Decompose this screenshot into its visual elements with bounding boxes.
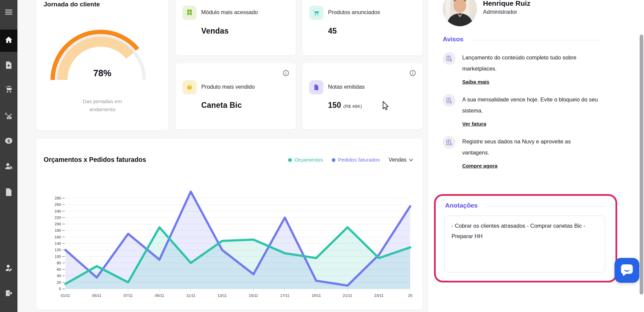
budget-orders-chart-card: Orçamentos x Pedidos faturados Orçamento… bbox=[36, 138, 423, 310]
svg-text:09/11: 09/11 bbox=[155, 294, 164, 298]
top-module-label: Módulo mais acessado bbox=[201, 9, 258, 15]
svg-text:17/11: 17/11 bbox=[280, 294, 289, 298]
chart-dropdown-value: Vendas bbox=[389, 157, 407, 163]
legend-dot-pedidos bbox=[332, 158, 335, 162]
top-product-label: Produto mais vendido bbox=[201, 84, 255, 90]
legend-dot-orcamentos bbox=[288, 158, 292, 162]
sidebar-item-logout[interactable] bbox=[0, 285, 17, 303]
avisos-divider bbox=[471, 40, 600, 40]
svg-text:23/11: 23/11 bbox=[374, 294, 384, 298]
avisos-heading: Avisos bbox=[443, 36, 464, 43]
line-chart: 0204060801001201401601802002202402602800… bbox=[46, 182, 415, 306]
svg-text:220: 220 bbox=[55, 216, 61, 220]
svg-text:$: $ bbox=[10, 167, 11, 170]
info-icon[interactable] bbox=[283, 70, 289, 76]
info-icon[interactable] bbox=[410, 70, 416, 76]
invoices-label: Notas emitidas bbox=[328, 84, 365, 90]
svg-text:01/11: 01/11 bbox=[61, 294, 70, 298]
anotacoes-textarea[interactable]: - Cobrar os clientes atrasados - Comprar… bbox=[444, 216, 605, 272]
invoices-count: 150 bbox=[328, 101, 341, 109]
saiba-mais-link[interactable]: Saiba mais bbox=[462, 79, 489, 85]
svg-text:60: 60 bbox=[57, 267, 61, 271]
compre-agora-link[interactable]: Compre agora bbox=[462, 163, 497, 169]
svg-text:200: 200 bbox=[55, 222, 61, 226]
dollar-coin-icon: $ bbox=[4, 136, 13, 146]
svg-text:$: $ bbox=[7, 138, 10, 143]
avatar[interactable] bbox=[443, 0, 477, 26]
journey-caption: Das jornadas em andamento bbox=[80, 97, 124, 114]
chart-title: Orçamentos x Pedidos faturados bbox=[44, 156, 146, 164]
menu-toggle-button[interactable] bbox=[0, 4, 17, 21]
svg-text:19/11: 19/11 bbox=[312, 294, 321, 298]
customer-journey-card: Jornada do cliente 78% Das jornadas em a… bbox=[36, 0, 168, 130]
svg-text:140: 140 bbox=[55, 241, 61, 246]
legend-label-pedidos: Pedidos faturados bbox=[338, 157, 380, 163]
main-content: Jornada do cliente 78% Das jornadas em a… bbox=[17, 0, 428, 312]
sidebar: $ $ $ bbox=[0, 0, 17, 312]
invoices-amount: (R$ 48K) bbox=[343, 104, 362, 109]
svg-text:40: 40 bbox=[57, 274, 61, 278]
legend-item-pedidos[interactable]: Pedidos faturados bbox=[332, 157, 380, 163]
svg-text:280: 280 bbox=[55, 196, 61, 200]
svg-text:80: 80 bbox=[57, 261, 61, 265]
sidebar-item-home[interactable] bbox=[0, 30, 17, 52]
svg-text:260: 260 bbox=[55, 203, 61, 207]
svg-text:05/11: 05/11 bbox=[92, 294, 101, 298]
sales-chart-icon: $ bbox=[4, 112, 13, 122]
svg-text:160: 160 bbox=[55, 235, 61, 239]
aviso-text: Registre seus dados na Nuvy e aproveite … bbox=[462, 136, 599, 158]
svg-text:07/11: 07/11 bbox=[123, 294, 133, 298]
aviso-item: Registre seus dados na Nuvy e aproveite … bbox=[443, 136, 604, 169]
invoices-value: 150 (R$ 48K) bbox=[328, 101, 362, 110]
avisos-list: Lançamento do conteúdo completo tudo sob… bbox=[443, 52, 604, 178]
chevron-down-icon bbox=[409, 157, 413, 163]
svg-text:20: 20 bbox=[57, 280, 61, 284]
news-clipboard-icon bbox=[443, 52, 455, 65]
invoice-file-icon bbox=[309, 80, 323, 94]
top-module-value: Vendas bbox=[201, 27, 229, 36]
news-clipboard-icon bbox=[443, 94, 455, 107]
news-clipboard-icon bbox=[443, 136, 455, 149]
sidebar-item-sales-report[interactable]: $ bbox=[0, 108, 17, 125]
products-announced-label: Produtos anunciados bbox=[328, 9, 380, 15]
chat-launcher-button[interactable] bbox=[614, 258, 639, 283]
svg-text:15/11: 15/11 bbox=[249, 294, 258, 298]
sidebar-item-documents[interactable] bbox=[0, 184, 17, 201]
anotacoes-highlight-box: Anotações - Cobrar os clientes atrasados… bbox=[434, 194, 617, 282]
sidebar-item-customers[interactable]: $ bbox=[0, 158, 17, 176]
svg-text:180: 180 bbox=[55, 228, 61, 232]
aviso-item: A sua mensalidade vence hoje. Evite o bl… bbox=[443, 94, 604, 127]
sidebar-item-finance[interactable]: $ bbox=[0, 133, 17, 150]
sidebar-item-profile-edit[interactable] bbox=[0, 260, 17, 277]
customer-money-icon: $ bbox=[4, 162, 13, 172]
svg-text:0: 0 bbox=[59, 287, 61, 291]
ver-fatura-link[interactable]: Ver fatura bbox=[462, 121, 486, 127]
open-box-icon bbox=[182, 80, 197, 94]
sidebar-item-purchases[interactable] bbox=[0, 81, 17, 99]
aviso-text: A sua mensalidade vence hoje. Evite o bl… bbox=[462, 94, 599, 116]
document-icon bbox=[4, 187, 13, 197]
anotacoes-divider bbox=[486, 206, 605, 207]
cart-icon bbox=[4, 85, 13, 95]
sidebar-item-new-document[interactable] bbox=[0, 57, 17, 75]
svg-text:240: 240 bbox=[55, 209, 61, 213]
svg-text:11/11: 11/11 bbox=[186, 294, 195, 298]
chart-legend: Orçamentos Pedidos faturados Vendas bbox=[288, 157, 413, 163]
legend-item-orcamentos[interactable]: Orçamentos bbox=[288, 157, 323, 163]
bookmark-star-icon bbox=[182, 6, 197, 20]
chart-period-dropdown[interactable]: Vendas bbox=[389, 157, 413, 163]
svg-text:25: 25 bbox=[408, 294, 413, 298]
products-announced-value: 45 bbox=[328, 27, 337, 36]
legend-label-orcamentos: Orçamentos bbox=[294, 157, 323, 163]
profile-role: Administrador bbox=[483, 9, 517, 15]
vertical-scrollbar-thumb[interactable] bbox=[640, 35, 643, 295]
svg-text:100: 100 bbox=[55, 255, 61, 259]
journey-percent-value: 78% bbox=[36, 68, 168, 79]
menu-icon bbox=[4, 8, 13, 18]
svg-text:$: $ bbox=[5, 112, 7, 116]
chat-bubble-icon bbox=[620, 263, 634, 278]
svg-text:120: 120 bbox=[55, 248, 61, 252]
logout-icon bbox=[4, 289, 13, 299]
journey-card-title: Jornada do cliente bbox=[44, 1, 100, 8]
user-edit-icon bbox=[4, 264, 13, 274]
